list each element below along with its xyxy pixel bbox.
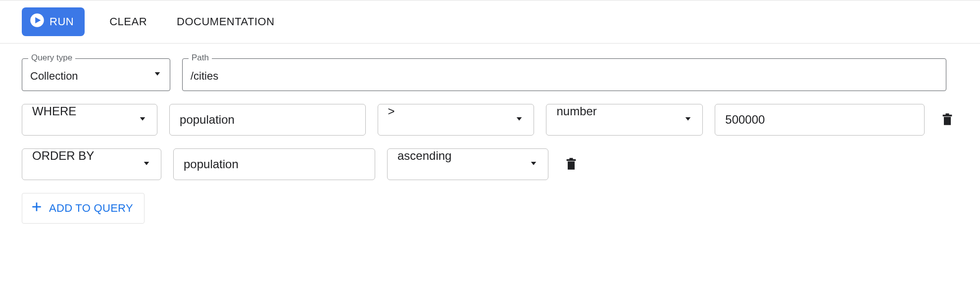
orderby-row: ORDER BY ascending [22, 148, 958, 180]
delete-orderby-button[interactable] [560, 153, 582, 176]
run-button-label: RUN [49, 15, 74, 28]
documentation-button[interactable]: DOCUMENTATION [172, 9, 280, 34]
play-icon [30, 13, 45, 31]
run-button[interactable]: RUN [22, 7, 85, 36]
toolbar: RUN CLEAR DOCUMENTATION [0, 0, 980, 44]
query-type-select[interactable]: Query type Collection [22, 58, 170, 91]
where-operator-select[interactable]: > [378, 104, 535, 136]
where-clause-select[interactable]: WHERE [22, 104, 157, 136]
plus-icon [30, 200, 43, 216]
delete-where-button[interactable] [936, 108, 958, 132]
query-header-row: Query type Collection Path [22, 58, 958, 91]
where-value-input[interactable] [715, 104, 925, 136]
where-type-value: number [546, 104, 702, 135]
trash-icon [564, 157, 578, 172]
add-to-query-label: ADD TO QUERY [49, 202, 133, 215]
add-to-query-button[interactable]: ADD TO QUERY [22, 193, 145, 224]
where-value[interactable] [715, 104, 924, 135]
where-field-input[interactable] [169, 104, 366, 136]
query-builder: Query type Collection Path WHERE > numbe… [0, 44, 980, 243]
trash-icon [940, 112, 954, 128]
orderby-clause-select[interactable]: ORDER BY [22, 148, 161, 180]
query-type-value: Collection [22, 59, 170, 91]
where-operator-value: > [378, 104, 534, 135]
where-type-select[interactable]: number [546, 104, 703, 136]
where-row: WHERE > number [22, 104, 958, 136]
orderby-direction-value: ascending [388, 149, 548, 180]
path-field[interactable]: Path [182, 58, 946, 91]
orderby-field-value[interactable] [174, 149, 375, 180]
path-input[interactable] [183, 59, 946, 91]
orderby-direction-select[interactable]: ascending [387, 148, 548, 180]
clear-button[interactable]: CLEAR [104, 9, 152, 34]
path-legend: Path [189, 53, 212, 63]
query-type-legend: Query type [28, 53, 75, 63]
orderby-clause-value: ORDER BY [22, 149, 161, 180]
where-clause-value: WHERE [22, 104, 157, 135]
orderby-field-input[interactable] [173, 148, 375, 180]
where-field-value[interactable] [170, 104, 365, 135]
